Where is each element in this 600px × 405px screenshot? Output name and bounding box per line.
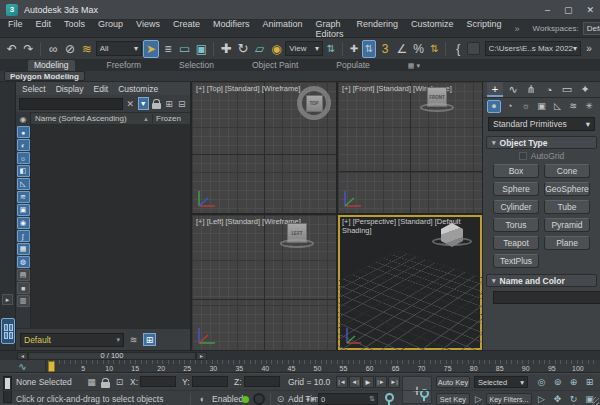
viewport-left[interactable]: [+] [Left] [Standard] [Wireframe] LEFT	[192, 215, 336, 350]
go-to-end-button[interactable]: ►|	[388, 376, 400, 388]
name-column-header[interactable]: Name (Sorted Ascending) ▲	[32, 114, 152, 123]
lock-icon[interactable]	[151, 97, 162, 110]
select-by-name-button[interactable]: ≡	[160, 40, 176, 58]
selection-lock-icon[interactable]	[99, 376, 112, 388]
field-of-view-icon[interactable]: ▷	[534, 393, 549, 405]
scene-explorer-list[interactable]: ◉●◐☼◧◺≋▣◉∫▦◍▤■▥	[16, 125, 190, 328]
undo-button[interactable]: ↶	[4, 40, 20, 58]
layout-flyout-arrow-button[interactable]: ▸	[2, 294, 13, 305]
viewcube-top[interactable]: TOP	[297, 86, 331, 120]
select-and-place-button[interactable]: ◉	[269, 40, 285, 58]
time-ruler-track[interactable]: 5101520253035404550556065707580859095100	[46, 360, 600, 372]
explorer-menu-edit[interactable]: Edit	[94, 84, 109, 94]
display-option-icon-2[interactable]: ■	[17, 282, 30, 294]
menu-create[interactable]: Create	[173, 19, 200, 39]
snap-3d-toggle[interactable]: 3	[377, 40, 393, 58]
workspace-dropdown[interactable]: Default ▾	[583, 22, 600, 35]
category-systems-icon[interactable]: ✳	[582, 100, 596, 113]
previous-frame-button[interactable]: ◄	[17, 352, 28, 360]
default-key-settings-icon[interactable]	[382, 393, 395, 405]
explorer-menu-customize[interactable]: Customize	[118, 84, 158, 94]
close-button[interactable]: ✕	[586, 5, 594, 15]
zoom-extents-icon[interactable]: ⊕	[566, 376, 581, 388]
orbit-icon[interactable]: ↻	[566, 393, 581, 405]
key-filter-paw-icon[interactable]: ▷	[472, 393, 485, 405]
use-center-flyout-icon[interactable]: ⇅	[324, 40, 338, 58]
spinner-snap-toggle[interactable]: ⇅	[427, 40, 441, 58]
ribbon-overflow-icon[interactable]: ▦ ▾	[402, 62, 426, 71]
ribbon-tab-modeling[interactable]: Modeling	[28, 60, 75, 71]
x-coordinate-field[interactable]	[140, 376, 176, 387]
menu-file[interactable]: File	[8, 19, 23, 39]
display-toggle-icon-4[interactable]: ◧	[17, 165, 30, 177]
current-frame-field[interactable]: 0 ⇅	[318, 393, 378, 405]
tab-motion-icon[interactable]: ◔	[541, 82, 557, 97]
selection-lock-toggle[interactable]	[253, 393, 265, 405]
menu-rendering[interactable]: Rendering	[357, 19, 399, 39]
category-geometry-icon[interactable]: ●	[487, 100, 501, 113]
search-input[interactable]	[19, 98, 123, 110]
display-toggle-icon-3[interactable]: ☼	[17, 152, 30, 164]
object-type-button-teapot[interactable]: Teapot	[493, 236, 539, 250]
select-and-rotate-button[interactable]: ↻	[235, 40, 251, 58]
tab-utilities-icon[interactable]: ✦	[577, 82, 593, 97]
window-crossing-toggle[interactable]: ▣	[194, 40, 210, 58]
menu-scripting[interactable]: Scripting	[467, 19, 502, 39]
explorer-menu-select[interactable]: Select	[22, 84, 46, 94]
tab-hierarchy-icon[interactable]: ⋔	[523, 82, 539, 97]
display-toggle-icon-5[interactable]: ◺	[17, 178, 30, 190]
angle-snap-toggle[interactable]: ∠	[394, 40, 410, 58]
viewcube-front[interactable]: FRONT	[420, 87, 454, 112]
zoom-extents-all-icon[interactable]: ⊞	[582, 376, 597, 388]
object-type-rollout-header[interactable]: ▾ Object Type	[486, 136, 597, 149]
layer-hierarchy-icon[interactable]: ⊞	[143, 333, 156, 346]
select-and-move-button[interactable]: ✚	[218, 40, 234, 58]
go-to-start-button[interactable]: |◄	[336, 376, 348, 388]
layers-icon[interactable]: ≋	[127, 333, 140, 346]
display-toggle-icon-6[interactable]: ≋	[17, 191, 30, 203]
viewport-front[interactable]: [+] [Front] [Standard] [Wireframe] FRONT	[338, 82, 482, 213]
menu-edit[interactable]: Edit	[36, 19, 52, 39]
ribbon-tab-freeform[interactable]: Freeform	[101, 60, 147, 71]
object-type-button-plane[interactable]: Plane	[544, 236, 590, 250]
percent-snap-toggle[interactable]: %	[411, 40, 427, 58]
object-name-field[interactable]	[493, 291, 600, 304]
redo-button[interactable]: ↷	[21, 40, 37, 58]
category-helpers-icon[interactable]: ◺	[550, 100, 564, 113]
polygon-modeling-panel-button[interactable]: Polygon Modeling	[4, 71, 85, 81]
display-toggle-icon-11[interactable]: ◍	[17, 256, 30, 268]
menu-tools[interactable]: Tools	[64, 19, 85, 39]
previous-key-button[interactable]: ◄|	[349, 376, 361, 388]
object-type-button-cone[interactable]: Cone	[544, 164, 590, 178]
menu-views[interactable]: Views	[136, 19, 160, 39]
pan-view-icon[interactable]: ✥	[550, 393, 565, 405]
toolbar-overflow-button[interactable]: »	[582, 40, 596, 58]
active-layer-dropdown[interactable]: Default ▾	[20, 333, 124, 347]
object-type-button-torus[interactable]: Torus	[493, 218, 539, 232]
key-filters-button[interactable]: Key Filters...	[486, 393, 532, 405]
category-cameras-icon[interactable]: ▣	[535, 100, 549, 113]
category-shapes-icon[interactable]: ◔	[503, 100, 517, 113]
maximize-button[interactable]: ▢	[564, 5, 573, 15]
ribbon-tab-selection[interactable]: Selection	[173, 60, 220, 71]
display-toggle-icon-9[interactable]: ∫	[17, 230, 30, 242]
select-link-icon[interactable]: ∞	[45, 40, 61, 58]
autogrid-checkbox[interactable]	[519, 152, 527, 160]
menu-customize[interactable]: Customize	[411, 19, 454, 39]
keyboard-shortcut-override-toggle[interactable]: {	[450, 40, 466, 58]
unlink-selection-icon[interactable]: ⊘	[62, 40, 78, 58]
tab-create-icon[interactable]: +	[487, 82, 503, 97]
display-option-icon-3[interactable]: ▥	[17, 295, 30, 307]
expand-tree-icon[interactable]: ⊞	[164, 97, 175, 110]
auto-key-button[interactable]: Auto Key	[436, 376, 470, 388]
select-and-scale-button[interactable]: ▱	[252, 40, 268, 58]
category-spacewarps-icon[interactable]: ≋	[566, 100, 580, 113]
display-toggle-icon-7[interactable]: ▣	[17, 204, 30, 216]
display-option-icon-1[interactable]: ▤	[17, 269, 30, 281]
object-type-button-pyramid[interactable]: Pyramid	[544, 218, 590, 232]
snaps-toggle-button[interactable]: ⇅	[362, 40, 376, 58]
display-toggle-icon-2[interactable]: ◐	[17, 139, 30, 151]
play-button[interactable]: ►	[362, 376, 374, 388]
next-frame-button[interactable]: ►	[196, 352, 207, 360]
filter-funnel-icon[interactable]: ▼	[138, 97, 149, 110]
